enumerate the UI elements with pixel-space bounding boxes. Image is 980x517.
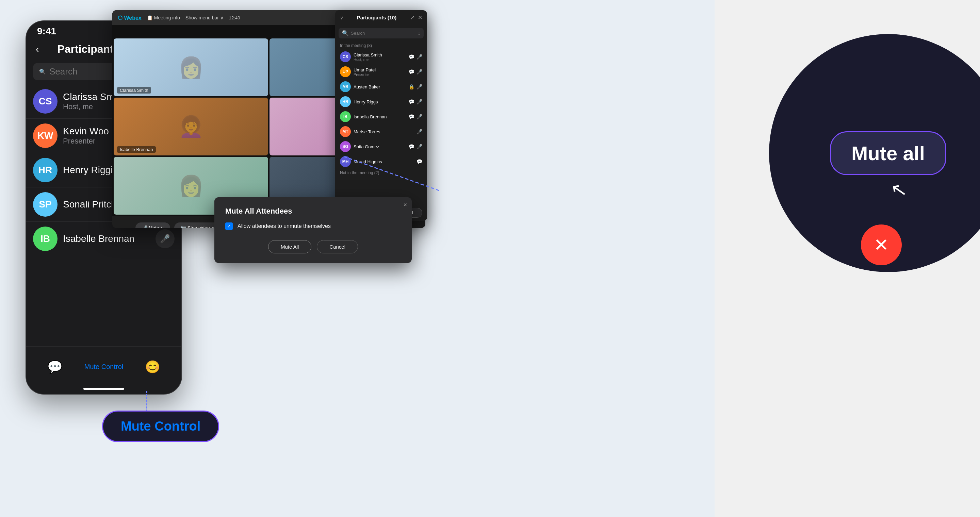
minus-icon: — (410, 129, 414, 134)
back-button[interactable]: ‹ (36, 44, 39, 55)
avatar-placeholder: CS (33, 89, 57, 114)
chat-icon[interactable]: 💬 (409, 54, 414, 60)
dialog-title: Mute All Attendees (225, 207, 401, 216)
participant-name: Umar Patel (353, 67, 406, 73)
phone-time: 9:41 (37, 26, 56, 37)
mute-button[interactable]: 🎤 Mute ∨ (135, 222, 170, 228)
messages-icon[interactable]: 💬 (47, 360, 63, 374)
video-cell-isabelle: 👩‍🦱 Isabelle Brennan (114, 98, 268, 155)
avatar-placeholder: IB (33, 227, 57, 251)
participant-name: Isabelle Brennan (63, 233, 150, 244)
mute-all-circle-label: Mute all (851, 142, 925, 165)
participant-role: Host, me (353, 57, 406, 62)
mute-control-bubble-label: Mute Control (121, 419, 200, 433)
avatar-sofia: SG (340, 141, 351, 152)
participant-name: Marise Torres (353, 129, 407, 134)
mic-icon-red[interactable]: 🎤 (417, 129, 422, 134)
participant-info: Isabelle Brennan (63, 233, 150, 244)
mic-icon-green[interactable]: 🎤 (417, 144, 422, 149)
avatar-placeholder: SP (33, 192, 57, 217)
mic-icon-red[interactable]: 🎤 (417, 114, 422, 119)
dashed-connector (344, 157, 439, 197)
avatar-austen: AB (340, 81, 351, 92)
video-label: Clarissa Smith (117, 87, 151, 94)
desktop-time: 12:40 (229, 15, 240, 21)
participant-name: Sofia Gomez (353, 144, 406, 149)
participant-role: Presenter (353, 73, 406, 76)
allow-unmute-checkbox[interactable]: ✓ (225, 222, 233, 230)
show-menu-bar[interactable]: Show menu bar ∨ (185, 15, 224, 21)
panel-participant-umar: UP Umar Patel Presenter 💬 🎤 (335, 64, 427, 79)
avatar-henry: HR (340, 96, 351, 107)
chat-icon[interactable]: 💬 (409, 69, 414, 75)
panel-participant-marise: MT Marise Torres — 🎤 (335, 124, 427, 139)
panel-header-icons: ⤢ ✕ (410, 14, 422, 21)
svg-line-0 (344, 157, 439, 190)
video-cell-clarissa: 👩 Clarissa Smith (114, 38, 268, 96)
panel-participant-austen: AB Austen Baker 🔒 🎤 (335, 79, 427, 94)
emoji-reactions-icon[interactable]: 😊 (145, 360, 160, 374)
mute-all-dialog: × Mute All Attendees ✓ Allow attendees t… (215, 197, 412, 263)
video-label: Isabelle Brennan (117, 146, 156, 153)
avatar-umar: UP (340, 66, 351, 77)
cancel-button[interactable]: Cancel (317, 240, 358, 254)
avatar-marise: MT (340, 126, 351, 137)
close-panel-icon[interactable]: ✕ (418, 14, 422, 21)
mic-icon-red[interactable]: 🎤 (417, 99, 422, 105)
mic-active-button[interactable]: 🎤 (156, 229, 175, 248)
mic-icon-red[interactable]: 🎤 (417, 84, 422, 89)
mute-all-circle-button[interactable]: Mute all (830, 131, 946, 175)
mute-control-nav[interactable]: Mute Control (84, 363, 124, 371)
collapse-icon[interactable]: ∨ (340, 15, 343, 21)
mic-icon-green[interactable]: 🎤 (417, 69, 422, 75)
avatar-placeholder: KW (33, 124, 57, 148)
avatar-clarissa: CS (340, 51, 351, 62)
stop-video-button[interactable]: 📷 Stop video ∨ (174, 222, 221, 228)
panel-header: ∨ Participants (10) ⤢ ✕ (335, 10, 427, 25)
mic-icon-green[interactable]: 🎤 (417, 54, 422, 60)
mute-control-bubble[interactable]: Mute Control (102, 411, 219, 442)
mute-control-label: Mute Control (84, 363, 124, 371)
checkbox-label: Allow attendees to unmute themselves (237, 223, 331, 229)
panel-search-input[interactable] (351, 31, 416, 36)
avatar-isabella: IB (340, 111, 351, 122)
participant-name: Isabella Brennan (353, 114, 406, 119)
avatar-henry: HR (33, 158, 57, 182)
dialog-buttons: Mute All Cancel (225, 240, 401, 254)
panel-participant-isabella: IB Isabella Brennan 💬 🎤 (335, 109, 427, 124)
home-indicator (83, 388, 124, 390)
dashed-connector-phone (146, 391, 148, 412)
in-meeting-section-label: In the meeting (8) (335, 41, 427, 49)
chat-icon[interactable]: 💬 (409, 144, 414, 149)
right-panel: Search the meeting Mute all U ↖ ✕ (714, 0, 980, 517)
avatar-clarissa: CS (33, 89, 57, 114)
avatar-isabelle: IB (33, 227, 57, 251)
meeting-info-menu[interactable]: 📋 Meeting info (147, 15, 180, 21)
participant-name: Henry Riggs (353, 99, 406, 105)
popout-icon[interactable]: ⤢ (410, 14, 414, 21)
dialog-close-button[interactable]: × (403, 201, 407, 208)
panel-participant-clarissa: CS Clarissa Smith Host, me 💬 🎤 (335, 49, 427, 64)
close-circle-button[interactable]: ✕ (861, 225, 902, 265)
avatar-kevin: KW (33, 124, 57, 148)
chat-icon[interactable]: 💬 (409, 99, 414, 105)
panel-participant-henry: HR Henry Riggs 💬 🎤 (335, 94, 427, 109)
avatar-placeholder: HR (33, 158, 57, 182)
participant-name: Clarissa Smith (353, 52, 406, 57)
chat-icon[interactable]: 💬 (409, 114, 414, 119)
avatar-sonali: SP (33, 192, 57, 217)
lock-icon: 🔒 (409, 84, 414, 89)
participant-name: Austen Baker (353, 84, 406, 89)
sort-icon[interactable]: ↕ (418, 31, 420, 36)
mute-all-confirm-button[interactable]: Mute All (268, 240, 311, 254)
checkbox-row: ✓ Allow attendees to unmute themselves (225, 222, 401, 230)
webex-logo: ⬡ Webex (118, 14, 142, 21)
panel-title: Participants (10) (357, 14, 397, 21)
panel-participant-sofia: SG Sofia Gomez 💬 🎤 (335, 139, 427, 154)
search-icon: 🔍 (342, 30, 349, 36)
panel-search-bar[interactable]: 🔍 ↕ (339, 28, 424, 38)
search-icon: 🔍 (39, 68, 46, 75)
phone-bottom-bar: 💬 Mute Control 😊 (26, 346, 181, 394)
